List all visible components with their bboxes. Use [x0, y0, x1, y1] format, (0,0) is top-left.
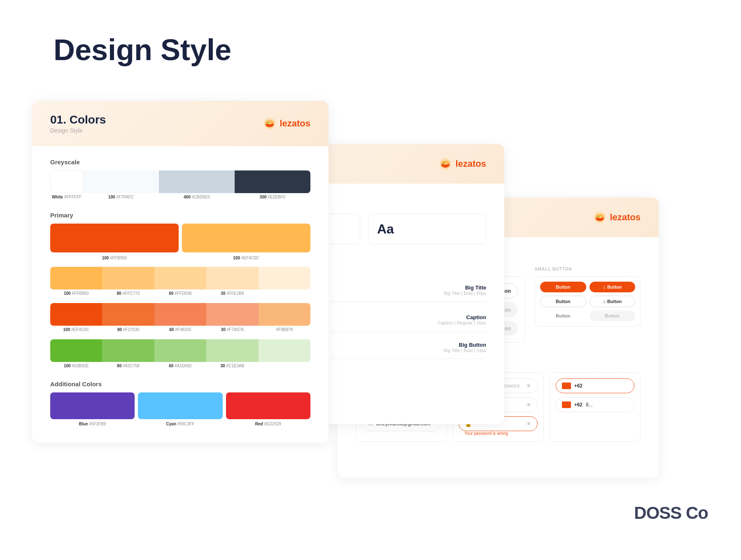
- sm-btn-outline-1[interactable]: Button: [540, 296, 586, 307]
- page-background: Design Style 01. Colors Design Style lez…: [0, 0, 741, 560]
- primary-top: [50, 224, 310, 252]
- card-colors: 01. Colors Design Style lezatos Greyscal…: [32, 101, 329, 443]
- typography-logo: lezatos: [439, 157, 486, 170]
- big-title-meta: Big Title | Bold | 80px: [444, 291, 486, 296]
- primary-main-orange: [50, 224, 179, 252]
- additional-swatches: [50, 392, 310, 419]
- colors-number: 01. Colors: [50, 113, 106, 126]
- home-icon-sm-1: ⌂: [603, 285, 606, 289]
- phone-code-1: +62: [574, 383, 583, 389]
- greyscale-labels: White #FFFFFF 100 #F7FAFC 400 #CBD5E0 30…: [50, 195, 310, 199]
- additional-labels: Blue #5F3FB9 Cyan #59C3FF Red #ED2929: [50, 422, 310, 426]
- font-aa-2: Aa: [377, 222, 394, 237]
- password-error-message: Your password is wrong: [459, 431, 537, 436]
- phone-input-error[interactable]: +62: [556, 378, 634, 393]
- svg-point-9: [446, 163, 447, 164]
- phone-value: 8...: [586, 402, 628, 408]
- swatch-white: [50, 170, 83, 193]
- swatch-400: [159, 170, 235, 193]
- font-card-2: Aa: [368, 214, 486, 245]
- swatch-red: [226, 392, 310, 419]
- sm-btn-primary-icon-1[interactable]: ⌂ Button: [590, 282, 635, 292]
- primary-row-2: [50, 303, 310, 326]
- primary-label: Primary: [50, 212, 310, 219]
- eye-icon-1[interactable]: 👁: [526, 383, 531, 389]
- eye-icon-2[interactable]: 👁: [526, 402, 531, 408]
- svg-point-7: [441, 161, 450, 165]
- additional-section: Additional Colors Blue #5F3FB9 Cyan #59C…: [50, 380, 310, 426]
- svg-point-13: [597, 216, 599, 217]
- svg-point-4: [270, 123, 271, 124]
- component-logo-text: lezatos: [610, 212, 641, 223]
- svg-point-8: [443, 162, 445, 164]
- caption-meta: Caption | Regular | 16px: [438, 320, 486, 325]
- small-btn-label: SMALL BUTTON: [535, 267, 641, 271]
- sm-btn-primary-1[interactable]: Button: [540, 282, 586, 292]
- caption-label: Caption: [438, 314, 486, 320]
- svg-point-14: [600, 217, 601, 218]
- swatch-cyan: [138, 392, 222, 419]
- greyscale-section: Greyscale White #FFFFFF 100 #F7FAFC 400 …: [50, 159, 310, 199]
- sm-btn-ghost-1[interactable]: Button: [540, 310, 586, 321]
- primary-section: Primary 100 #FFB950 100 #EF4C0C 100 #FFB…: [50, 212, 310, 368]
- greyscale-swatches: [50, 170, 310, 193]
- primary-row-3: [50, 339, 310, 362]
- svg-point-12: [596, 214, 604, 218]
- additional-label: Additional Colors: [50, 380, 310, 387]
- big-button-meta: Big Title | Bold | 14px: [444, 348, 486, 353]
- component-logo: lezatos: [593, 211, 641, 224]
- colors-subtitle: Design Style: [50, 127, 106, 134]
- taco-icon: [263, 117, 276, 130]
- swatch-blue: [50, 392, 135, 419]
- small-button-col: SMALL BUTTON Button ⌂ Button Button ⌂ Bu…: [535, 267, 641, 343]
- page-title: Design Style: [54, 33, 231, 67]
- flag-icon-1: [562, 383, 571, 389]
- flag-icon-2: [562, 401, 571, 408]
- colors-logo-text: lezatos: [280, 118, 310, 129]
- sm-btn-subtle-1[interactable]: Button: [590, 310, 635, 321]
- taco-icon-2: [439, 157, 452, 170]
- primary-main-yellow: [182, 224, 310, 252]
- colors-logo: lezatos: [263, 117, 310, 130]
- home-icon-sm-2: ⌂: [603, 299, 606, 304]
- typography-logo-text: lezatos: [455, 159, 486, 169]
- swatch-100: [83, 170, 159, 193]
- taco-icon-3: [593, 211, 606, 224]
- svg-point-3: [267, 122, 269, 124]
- primary-row-1: [50, 267, 310, 289]
- sm-btn-outline-icon-1[interactable]: ⌂ Button: [590, 296, 635, 307]
- eye-icon-3[interactable]: 👁: [526, 421, 531, 427]
- swatch-300: [235, 170, 310, 193]
- phone-input-group: +62 +62 8...: [550, 372, 641, 442]
- small-button-grid: Button ⌂ Button Button ⌂ Button Button B…: [535, 276, 641, 327]
- greyscale-label: Greyscale: [50, 159, 310, 166]
- big-button-label: Big Button: [444, 342, 486, 348]
- watermark: DOSS Co: [634, 503, 708, 523]
- big-title-label: Big Title: [444, 285, 486, 291]
- svg-point-2: [266, 120, 274, 124]
- colors-banner: 01. Colors Design Style lezatos: [32, 101, 329, 146]
- phone-code-2: +62: [574, 402, 583, 408]
- phone-input-filled[interactable]: +62 8...: [556, 397, 634, 412]
